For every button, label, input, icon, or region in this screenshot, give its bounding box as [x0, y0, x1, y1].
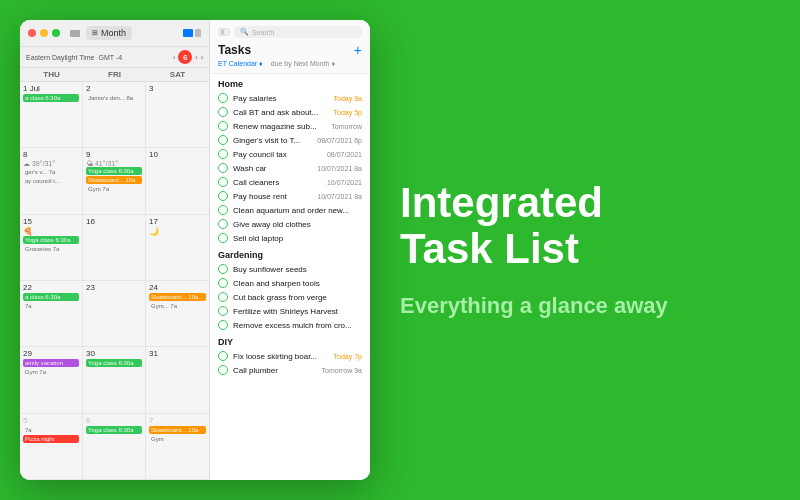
task-checkbox[interactable]	[218, 292, 228, 302]
cal-cell[interactable]: 16	[83, 215, 146, 280]
skip-month-btn[interactable]: ›	[201, 54, 203, 61]
task-label: Remove excess mulch from cro...	[233, 321, 362, 330]
task-label: Cut back grass from verge	[233, 293, 362, 302]
cal-cell[interactable]: 24 Skateboard... 10a Gym... 7a	[146, 281, 209, 346]
prev-month-btn[interactable]: ‹	[173, 54, 175, 61]
next-month-btn[interactable]: ›	[195, 54, 197, 61]
section-gardening: Gardening	[210, 245, 370, 262]
task-checkbox[interactable]	[218, 149, 228, 159]
cal-week-2: 8 ☁ 39°/31° ger's v... 7a ay council t..…	[20, 148, 209, 214]
day-thu: THU	[20, 68, 83, 81]
today-date: 6	[178, 50, 192, 64]
task-label: Pay house rent	[233, 192, 312, 201]
cal-week-1: 1 Jul a class 6:30a 2 Jamie's den... 8a …	[20, 82, 209, 148]
cal-cell[interactable]: 3	[146, 82, 209, 147]
month-view-button[interactable]: ⊞ Month	[86, 26, 132, 40]
day-sat: SAT	[146, 68, 209, 81]
minimize-icon[interactable]	[40, 29, 48, 37]
task-label: Fix loose skirting boar...	[233, 352, 329, 361]
task-checkbox[interactable]	[218, 233, 228, 243]
list-item[interactable]: Cut back grass from verge	[210, 290, 370, 304]
grid-view-icon[interactable]	[183, 29, 193, 37]
task-label: Give away old clothes	[233, 220, 362, 229]
task-checkbox[interactable]	[218, 135, 228, 145]
task-checkbox[interactable]	[218, 365, 228, 375]
cal-cell[interactable]: 31	[146, 347, 209, 412]
list-item[interactable]: Sell old laptop	[210, 231, 370, 245]
task-date: 10/07/2021 8a	[317, 165, 362, 172]
due-filter[interactable]: due by Next Month ♦	[271, 60, 335, 67]
task-checkbox[interactable]	[218, 93, 228, 103]
task-checkbox[interactable]	[218, 278, 228, 288]
task-checkbox[interactable]	[218, 163, 228, 173]
task-checkbox[interactable]	[218, 320, 228, 330]
cal-cell[interactable]: 10	[146, 148, 209, 213]
calendar-filter[interactable]: ET Calendar ♦	[218, 60, 263, 67]
cal-cell[interactable]: 15 🍕 Yoga class 6:30a Groceries 7a	[20, 215, 83, 280]
list-item[interactable]: Pay salaries Today 9a	[210, 91, 370, 105]
list-item[interactable]: Pay house rent 10/07/2021 8a	[210, 189, 370, 203]
list-item[interactable]: Wash car 10/07/2021 8a	[210, 161, 370, 175]
tasks-header: ≡ 🔍 Search Tasks + ET Calendar ♦ due by …	[210, 20, 370, 74]
task-label: Sell old laptop	[233, 234, 362, 243]
list-item[interactable]: Give away old clothes	[210, 217, 370, 231]
add-task-button[interactable]: +	[354, 42, 362, 58]
cal-cell[interactable]: 5 7a Pizza night	[20, 414, 83, 479]
list-item[interactable]: Clean and sharpen tools	[210, 276, 370, 290]
cal-cell[interactable]: 7 Skateboard... 10a Gym	[146, 414, 209, 479]
cal-cell[interactable]: 17 🌙	[146, 215, 209, 280]
task-checkbox[interactable]	[218, 306, 228, 316]
list-item[interactable]: Remove excess mulch from cro...	[210, 318, 370, 332]
cal-cell[interactable]: 8 ☁ 39°/31° ger's v... 7a ay council t..…	[20, 148, 83, 213]
cal-cell[interactable]: 23	[83, 281, 146, 346]
traffic-lights	[28, 29, 60, 37]
list-item[interactable]: Clean aquarium and order new...	[210, 203, 370, 217]
list-view-icon[interactable]	[195, 29, 201, 37]
task-label: Pay council tax	[233, 150, 322, 159]
fullscreen-icon[interactable]	[52, 29, 60, 37]
list-item[interactable]: Ginger's visit to T... 08/07/2021 6p	[210, 133, 370, 147]
cal-cell[interactable]: 30 Yoga class 6:30a	[83, 347, 146, 412]
subheadline: Everything a glance away	[400, 292, 770, 321]
cal-cell[interactable]: 2 Jamie's den... 8a	[83, 82, 146, 147]
search-input[interactable]: 🔍 Search	[234, 26, 362, 38]
task-label: Call cleaners	[233, 178, 322, 187]
list-item[interactable]: Call BT and ask about... Today 5p	[210, 105, 370, 119]
task-checkbox[interactable]	[218, 121, 228, 131]
task-checkbox[interactable]	[218, 177, 228, 187]
cal-cell[interactable]: 22 a class 6:30a 7a	[20, 281, 83, 346]
task-date: Today 9a	[334, 95, 362, 102]
view-dropdown[interactable]: ≡	[218, 28, 230, 36]
cal-week-6: 5 7a Pizza night 6 Yoga class 6:30a 7 Sk…	[20, 414, 209, 480]
cal-cell[interactable]: 9 🌤 41°/31° Yoga class 6:30a Skateboard.…	[83, 148, 146, 213]
task-label: Pay salaries	[233, 94, 329, 103]
timezone-bar: Eastern Daylight Time GMT -4 ‹ 6 › ›	[20, 47, 209, 68]
task-label: Call BT and ask about...	[233, 108, 329, 117]
list-item[interactable]: Fix loose skirting boar... Today 7p	[210, 349, 370, 363]
close-icon[interactable]	[28, 29, 36, 37]
task-checkbox[interactable]	[218, 107, 228, 117]
list-item[interactable]: Renew magazine sub... Tomorrow	[210, 119, 370, 133]
task-date: Today 5p	[334, 109, 362, 116]
view-icons	[183, 29, 201, 37]
task-label: Ginger's visit to T...	[233, 136, 312, 145]
task-checkbox[interactable]	[218, 205, 228, 215]
cal-cell[interactable]: 1 Jul a class 6:30a	[20, 82, 83, 147]
task-checkbox[interactable]	[218, 219, 228, 229]
task-date: Tomorrow 9a	[322, 367, 362, 374]
task-checkbox[interactable]	[218, 351, 228, 361]
task-label: Wash car	[233, 164, 312, 173]
headline: IntegratedTask List	[400, 180, 770, 272]
list-item[interactable]: Buy sunflower seeds	[210, 262, 370, 276]
cal-cell[interactable]: 29 amily vacation Gym 7a	[20, 347, 83, 412]
task-date: 10/07/2021	[327, 179, 362, 186]
list-item[interactable]: Pay council tax 08/07/2021	[210, 147, 370, 161]
task-checkbox[interactable]	[218, 191, 228, 201]
list-item[interactable]: Call cleaners 10/07/2021	[210, 175, 370, 189]
cal-cell[interactable]: 6 Yoga class 6:30a	[83, 414, 146, 479]
list-item[interactable]: Fertilize with Shirleys Harvest	[210, 304, 370, 318]
task-checkbox[interactable]	[218, 264, 228, 274]
app-window: ⊞ Month Eastern Daylight Time GMT -4 ‹	[20, 20, 370, 480]
list-item[interactable]: Call plumber Tomorrow 9a	[210, 363, 370, 377]
right-panel: IntegratedTask List Everything a glance …	[380, 0, 800, 500]
